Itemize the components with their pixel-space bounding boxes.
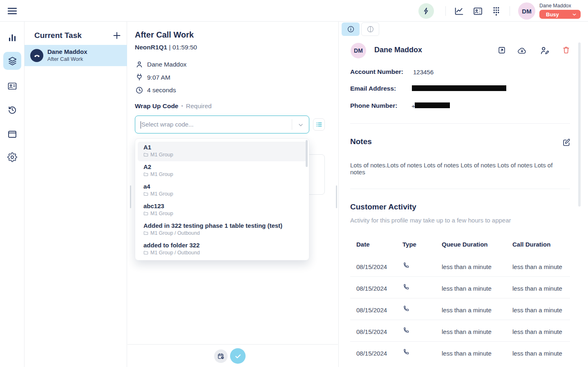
info-icon	[347, 25, 355, 33]
folder-icon	[143, 172, 148, 177]
column-header-type: Type	[402, 241, 416, 248]
column-header-queue-duration: Queue Duration	[442, 241, 488, 248]
top-header: DM Dane Maddox Busy	[0, 0, 588, 22]
profile-initials: DM	[354, 47, 363, 54]
queue-timer-line: NeonR1Q1 | 01:59:50	[135, 44, 197, 51]
table-row[interactable]: 08/15/2024 less than a minute less than …	[350, 320, 570, 342]
dropdown-option[interactable]: abc123 M1 Group	[138, 200, 307, 220]
user-icon	[135, 60, 143, 69]
wrap-code-list-button[interactable]	[313, 118, 325, 131]
dropdown-option[interactable]: added to folder 322 M1 Group / Outbound	[138, 240, 307, 259]
check-icon	[234, 352, 242, 360]
user-avatar[interactable]: DM	[518, 2, 535, 20]
table-row[interactable]: 08/15/2024 less than a minute less than …	[350, 255, 570, 277]
contact-card-icon	[7, 81, 17, 91]
panel-resize-handle-right[interactable]	[336, 185, 337, 208]
power-dialer-button[interactable]	[418, 3, 434, 19]
task-detail-panel: After Call Work NeonR1Q1 | 01:59:50 Dane…	[127, 22, 338, 367]
phone-type-icon	[403, 305, 410, 312]
hamburger-menu-button[interactable]	[7, 5, 18, 17]
panel-resize-handle-left[interactable]	[130, 185, 131, 208]
column-header-call-duration: Call Duration	[512, 241, 550, 248]
wrap-up-code-label-row: Wrap Up Code • Required	[135, 102, 212, 110]
dialpad-icon	[491, 6, 501, 16]
add-task-button[interactable]	[112, 31, 122, 40]
header-user-name: Dane Maddox	[539, 3, 571, 9]
reporting-button[interactable]	[454, 6, 464, 16]
folder-icon	[143, 231, 148, 236]
brain-icon	[367, 25, 374, 33]
section-divider	[350, 123, 570, 124]
calendar-clock-icon	[217, 353, 225, 360]
pencil-square-icon	[562, 138, 571, 147]
layers-icon	[7, 56, 18, 66]
table-row[interactable]: 08/15/2024 less than a minute less than …	[350, 298, 570, 320]
table-row[interactable]: 08/15/2024 less than a minute less than …	[350, 277, 570, 298]
header-divider	[445, 6, 446, 16]
phone-type-icon	[403, 283, 410, 290]
task-timer: | 01:59:50	[169, 44, 197, 51]
text-cursor	[141, 121, 141, 129]
bar-chart-icon	[7, 33, 17, 42]
edit-notes-button[interactable]	[562, 138, 571, 147]
open-in-new-icon	[497, 46, 506, 55]
table-row[interactable]: 08/15/2024 less than a minute less than …	[350, 342, 570, 363]
account-number-label: Account Number:	[350, 68, 403, 76]
task-list-item[interactable]: Dane Maddox After Call Work	[25, 45, 127, 66]
activity-table: Date Type Queue Duration Call Duration 0…	[350, 237, 570, 367]
phone-type-icon	[403, 348, 410, 355]
wrap-code-select[interactable]: Select wrap code...	[135, 116, 309, 133]
task-contact-name: Dane Maddox	[47, 48, 87, 55]
footer-divider	[127, 344, 338, 345]
wrap-code-placeholder: Select wrap code...	[141, 121, 194, 128]
download-profile-button[interactable]	[517, 46, 527, 56]
edit-contact-button[interactable]	[540, 46, 550, 56]
window-icon	[7, 129, 17, 139]
sidebar-item-tasks[interactable]	[3, 52, 21, 70]
sidebar-item-analytics[interactable]	[7, 33, 17, 42]
dropdown-option[interactable]: A1 M1 Group	[138, 142, 307, 161]
customer-activity-subtitle: Activity for this profile may take up to…	[350, 217, 511, 224]
complete-task-button[interactable]	[230, 348, 246, 364]
phone-value-redacted	[415, 102, 450, 108]
sidebar-item-history[interactable]	[7, 105, 17, 115]
schedule-callback-button[interactable]	[214, 349, 228, 363]
start-time: 9:07 AM	[147, 74, 170, 81]
gear-icon	[7, 152, 17, 162]
dialpad-button[interactable]	[491, 6, 501, 16]
profile-name: Dane Maddox	[374, 46, 422, 54]
contacts-button[interactable]	[473, 6, 483, 16]
chevron-down-icon[interactable]	[297, 122, 304, 128]
plug-icon	[135, 73, 143, 81]
tab-profile-info[interactable]	[342, 22, 360, 36]
history-icon	[7, 105, 17, 115]
open-profile-button[interactable]	[497, 46, 506, 55]
dropdown-option[interactable]: A2 M1 Group	[138, 161, 307, 181]
sidebar-item-contacts[interactable]	[7, 81, 17, 91]
folder-icon	[143, 152, 148, 157]
avatar-initials: DM	[522, 8, 531, 15]
hamburger-icon	[7, 5, 18, 17]
account-number-value: 123456	[413, 69, 434, 76]
header-divider	[510, 6, 510, 16]
phone-icon	[34, 52, 40, 59]
dropdown-option[interactable]: a4 M1 Group	[138, 181, 307, 200]
delete-profile-button[interactable]	[562, 45, 570, 55]
contact-name: Dane Maddox	[147, 61, 187, 68]
panel-scrollbar[interactable]	[578, 42, 581, 207]
phone-type-icon	[403, 262, 410, 269]
tab-ai-insights[interactable]	[361, 22, 379, 36]
phone-type-icon	[403, 327, 410, 334]
folder-icon	[143, 250, 148, 255]
dropdown-scrollbar[interactable]	[306, 140, 308, 167]
status-badge: Busy	[546, 11, 559, 18]
sidebar-item-settings[interactable]	[7, 152, 17, 162]
sidebar-item-browser[interactable]	[7, 129, 17, 139]
app-sidebar	[0, 22, 25, 367]
notes-text: Lots of notes.Lots of notes Lots of note…	[350, 162, 567, 176]
profile-panel: DM Dane Maddox Account Number: 123456 Em…	[338, 22, 588, 367]
task-title: After Call Work	[135, 30, 194, 40]
dropdown-option[interactable]: Added in 322 testing phase 1 table testi…	[138, 220, 307, 240]
status-dropdown-button[interactable]: Busy	[539, 10, 581, 19]
current-task-panel: Current Task Dane Maddox After Call Work	[25, 22, 127, 367]
